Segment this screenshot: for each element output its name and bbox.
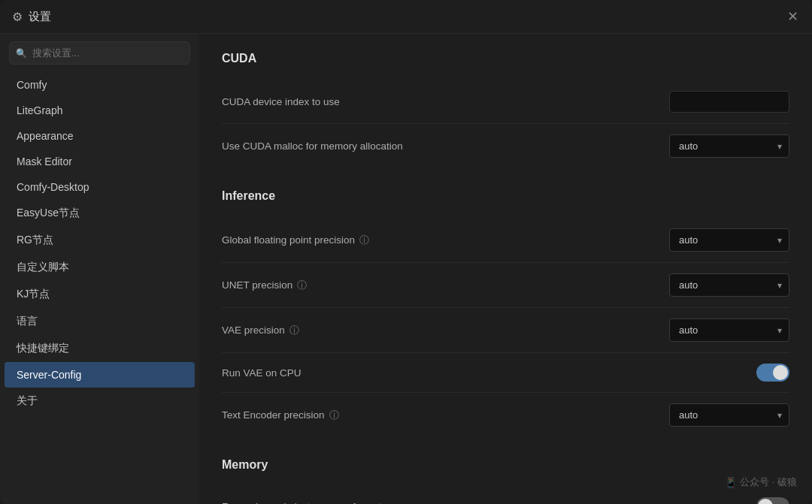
section-title-memory: Memory: [222, 458, 789, 472]
select-wrapper-cuda-malloc: autoenabledisable▾: [669, 134, 789, 158]
content-area: CUDACUDA device index to useUse CUDA mal…: [199, 34, 812, 504]
sidebar-item-keybind[interactable]: 快捷键绑定: [5, 335, 195, 362]
toggle-run-vae-cpu[interactable]: [756, 364, 789, 382]
setting-control-text-encoder-precision: autofp32fp16bf16▾: [669, 403, 789, 427]
search-input[interactable]: [9, 41, 190, 65]
sidebar-item-mask-editor[interactable]: Mask Editor: [5, 149, 195, 174]
setting-label-text-encoder-precision: Text Encoder precisionⓘ: [222, 409, 339, 422]
setting-row-run-vae-cpu: Run VAE on CPU: [222, 353, 789, 393]
sidebar-item-server-config[interactable]: Server-Config: [5, 362, 195, 388]
setting-label-vae-precision: VAE precisionⓘ: [222, 324, 299, 337]
sidebar-item-kj[interactable]: KJ节点: [5, 281, 195, 308]
setting-row-unet-precision: UNET precisionⓘautofp32fp16bf16▾: [222, 263, 789, 308]
watermark: 📱 公众号 · 破狼: [725, 475, 797, 489]
sidebar-item-custom-script[interactable]: 自定义脚本: [5, 254, 195, 281]
select-wrapper-vae-precision: autofp32fp16bf16▾: [669, 318, 789, 342]
section-title-cuda: CUDA: [222, 52, 789, 65]
sidebar-item-appearance[interactable]: Appearance: [5, 123, 195, 149]
section-cuda: CUDACUDA device index to useUse CUDA mal…: [222, 52, 789, 168]
setting-control-global-fp: autofp32fp16bf16▾: [669, 228, 789, 252]
window-title: 设置: [29, 10, 51, 24]
section-title-inference: Inference: [222, 189, 789, 203]
setting-control-channels-last: [756, 497, 789, 504]
watermark-text: 公众号 · 破狼: [740, 475, 797, 489]
section-inference: InferenceGlobal floating point precision…: [222, 189, 789, 437]
info-icon-text-encoder-precision: ⓘ: [329, 409, 339, 422]
select-wrapper-global-fp: autofp32fp16bf16▾: [669, 228, 789, 252]
select-cuda-malloc[interactable]: autoenabledisable: [669, 134, 789, 158]
info-icon-global-fp: ⓘ: [359, 234, 369, 247]
setting-row-cuda-malloc: Use CUDA malloc for memory allocationaut…: [222, 124, 789, 168]
sidebar: 🔍 ComfyLiteGraphAppearanceMask EditorCom…: [0, 34, 199, 504]
settings-window: ⚙ 设置 ✕ 🔍 ComfyLiteGraphAppearanceMask Ed…: [0, 0, 812, 504]
setting-control-run-vae-cpu: [756, 364, 789, 382]
setting-label-channels-last: Force channels-last memory format: [222, 501, 381, 505]
setting-label-cuda-device-index: CUDA device index to use: [222, 96, 340, 107]
titlebar: ⚙ 设置 ✕: [0, 0, 812, 34]
setting-label-cuda-malloc: Use CUDA malloc for memory allocation: [222, 140, 403, 152]
close-button[interactable]: ✕: [785, 9, 800, 24]
setting-row-vae-precision: VAE precisionⓘautofp32fp16bf16▾: [222, 308, 789, 353]
setting-control-unet-precision: autofp32fp16bf16▾: [669, 273, 789, 297]
select-wrapper-text-encoder-precision: autofp32fp16bf16▾: [669, 403, 789, 427]
select-unet-precision[interactable]: autofp32fp16bf16: [669, 273, 789, 297]
text-input-cuda-device-index[interactable]: [669, 91, 789, 113]
sidebar-item-comfy-desktop[interactable]: Comfy-Desktop: [5, 174, 195, 200]
setting-control-vae-precision: autofp32fp16bf16▾: [669, 318, 789, 342]
setting-control-cuda-malloc: autoenabledisable▾: [669, 134, 789, 158]
info-icon-vae-precision: ⓘ: [289, 324, 299, 337]
main-layout: 🔍 ComfyLiteGraphAppearanceMask EditorCom…: [0, 34, 812, 504]
setting-label-run-vae-cpu: Run VAE on CPU: [222, 367, 301, 379]
settings-gear-icon: ⚙: [12, 10, 23, 24]
sidebar-nav: ComfyLiteGraphAppearanceMask EditorComfy…: [0, 72, 199, 415]
setting-control-cuda-device-index: [669, 91, 789, 113]
select-vae-precision[interactable]: autofp32fp16bf16: [669, 318, 789, 342]
sidebar-item-rg[interactable]: RG节点: [5, 227, 195, 254]
setting-label-unet-precision: UNET precisionⓘ: [222, 279, 307, 292]
info-icon-unet-precision: ⓘ: [297, 279, 307, 292]
toggle-channels-last[interactable]: [756, 497, 789, 504]
search-wrapper: 🔍: [0, 41, 199, 72]
setting-row-text-encoder-precision: Text Encoder precisionⓘautofp32fp16bf16▾: [222, 393, 789, 437]
section-memory: MemoryForce channels-last memory formatD…: [222, 458, 789, 504]
sidebar-item-about[interactable]: 关于: [5, 388, 195, 415]
toggle-knob-channels-last: [758, 499, 773, 504]
toggle-knob-run-vae-cpu: [773, 365, 788, 380]
setting-label-global-fp: Global floating point precisionⓘ: [222, 234, 369, 247]
select-text-encoder-precision[interactable]: autofp32fp16bf16: [669, 403, 789, 427]
select-global-fp[interactable]: autofp32fp16bf16: [669, 228, 789, 252]
setting-row-global-fp: Global floating point precisionⓘautofp32…: [222, 218, 789, 263]
sidebar-item-litegraph[interactable]: LiteGraph: [5, 98, 195, 123]
select-wrapper-unet-precision: autofp32fp16bf16▾: [669, 273, 789, 297]
sidebar-item-comfy[interactable]: Comfy: [5, 72, 195, 98]
sidebar-item-easyuse[interactable]: EasyUse节点: [5, 200, 195, 227]
sidebar-item-language[interactable]: 语言: [5, 308, 195, 335]
search-icon: 🔍: [16, 48, 27, 59]
watermark-icon: 📱: [725, 477, 737, 488]
setting-row-channels-last: Force channels-last memory format: [222, 487, 789, 504]
setting-row-cuda-device-index: CUDA device index to use: [222, 80, 789, 124]
